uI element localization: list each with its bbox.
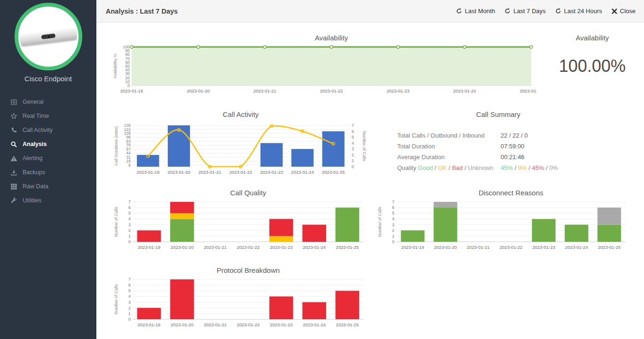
svg-text:2023-01-20: 2023-01-20 — [434, 245, 457, 250]
svg-text:2023-01-22: 2023-01-22 — [237, 322, 260, 327]
call-summary-panel: Call Summary Total Calls / Outbound / In… — [383, 109, 613, 173]
svg-text:3: 3 — [128, 300, 131, 305]
availability-panel-title: Availability — [543, 33, 642, 43]
sidebar-nav: GeneralReal TimeCall ActivityAnalysisAle… — [0, 95, 96, 208]
sidebar-item-real-time[interactable]: Real Time — [0, 109, 96, 123]
svg-text:0: 0 — [128, 317, 131, 322]
quality-part: / — [463, 164, 468, 171]
sidebar-item-alerting[interactable]: Alerting — [0, 151, 96, 165]
button-close[interactable]: Close — [612, 8, 636, 15]
svg-text:5: 5 — [128, 288, 131, 293]
svg-text:7: 7 — [128, 200, 131, 204]
summary-row-value: 22 / 22 / 0 — [501, 130, 528, 141]
content: Availability 100.00% Call Summary Total … — [96, 23, 644, 339]
star-icon — [10, 113, 17, 120]
sidebar-item-utilities[interactable]: Utilities — [0, 193, 96, 208]
summary-row-value: 07:59:00 — [501, 141, 525, 152]
svg-text:100: 100 — [123, 45, 130, 49]
quality-part: / — [544, 164, 550, 171]
quality-part: / — [433, 164, 438, 171]
svg-text:Number of Calls: Number of Calls — [377, 207, 382, 237]
svg-text:2023-01-24: 2023-01-24 — [453, 88, 476, 93]
sidebar-item-backups[interactable]: Backups — [0, 165, 96, 179]
svg-text:2023-01-22: 2023-01-22 — [500, 245, 523, 250]
svg-text:2023-01-21: 2023-01-21 — [253, 88, 276, 93]
sidebar-item-label: Backups — [23, 169, 45, 176]
quality-part: / — [527, 164, 532, 171]
summary-row-quality: Quality Good / OK / Bad / Unknown45% / 9… — [383, 162, 613, 173]
device-avatar — [15, 3, 82, 70]
svg-text:2023-01-20: 2023-01-20 — [171, 322, 194, 327]
svg-text:1: 1 — [392, 234, 394, 239]
call-summary-title: Call Summary — [383, 109, 613, 120]
button-label: Last 7 Days — [513, 8, 546, 15]
button-last-month[interactable]: Last Month — [456, 8, 495, 15]
svg-text:3: 3 — [392, 223, 394, 227]
quality-part: 45% — [501, 164, 513, 171]
svg-text:2023-01-19: 2023-01-19 — [138, 245, 161, 250]
quality-part: Unknown — [468, 164, 493, 171]
button-last-24-hours[interactable]: Last 24 Hours — [555, 8, 602, 15]
sidebar-item-label: Utilities — [23, 197, 41, 204]
sidebar-item-call-activity[interactable]: Call Activity — [0, 123, 96, 137]
sidebar-item-general[interactable]: General — [0, 95, 96, 109]
svg-text:2023-01-19: 2023-01-19 — [137, 170, 160, 175]
svg-text:2023-01-21: 2023-01-21 — [204, 245, 227, 250]
wrench-icon — [10, 197, 17, 204]
chart-disconnect-reasons: Disconnect Reasons012345672023-01-192023… — [369, 188, 630, 257]
svg-text:2: 2 — [128, 228, 131, 233]
svg-text:4: 4 — [392, 216, 394, 221]
chart-title-call-quality: Call Quality — [133, 188, 364, 198]
svg-text:3: 3 — [352, 146, 354, 151]
svg-text:0: 0 — [128, 239, 131, 244]
call-summary-rows: Total Calls / Outbound / Inbound22 / 22 … — [383, 130, 613, 173]
quality-part: 0% — [549, 164, 558, 171]
quality-part: Bad — [452, 164, 463, 171]
svg-text:2023-01-25: 2023-01-25 — [520, 88, 537, 93]
button-label: Close — [620, 8, 636, 15]
svg-text:122: 122 — [124, 127, 131, 132]
summary-row: Total Duration07:59:00 — [383, 141, 613, 152]
svg-text:2023-01-22: 2023-01-22 — [229, 170, 252, 175]
chart-availability: Availability01020304050607080901002023-0… — [106, 33, 537, 100]
sidebar-item-label: Analysis — [23, 141, 47, 147]
svg-text:0: 0 — [392, 239, 394, 244]
phone-icon — [10, 127, 17, 134]
sidebar-item-raw-data[interactable]: Raw Data — [0, 179, 96, 193]
svg-text:6: 6 — [128, 205, 131, 210]
refresh-icon — [456, 8, 462, 14]
search-icon — [10, 141, 17, 148]
topbar-actions: Last MonthLast 7 DaysLast 24 HoursClose — [456, 8, 636, 15]
button-label: Last Month — [465, 8, 495, 15]
button-last-7-days[interactable]: Last 7 Days — [504, 8, 546, 15]
svg-text:2023-01-21: 2023-01-21 — [204, 322, 227, 327]
list-icon — [10, 99, 17, 106]
svg-text:5: 5 — [128, 211, 131, 216]
svg-text:7: 7 — [128, 277, 131, 282]
quality-part: / — [513, 164, 518, 171]
svg-text:2023-01-25: 2023-01-25 — [336, 245, 359, 250]
svg-text:2023-01-23: 2023-01-23 — [270, 245, 293, 250]
svg-text:2: 2 — [128, 306, 131, 310]
svg-text:4: 4 — [352, 141, 354, 146]
svg-text:2023-01-24: 2023-01-24 — [565, 245, 588, 250]
svg-text:2023-01-25: 2023-01-25 — [322, 170, 345, 175]
quality-part: 45% — [532, 164, 544, 171]
sidebar-item-analysis[interactable]: Analysis — [0, 137, 96, 151]
summary-row-label: Total Calls / Outbound / Inbound — [397, 130, 501, 141]
summary-row: Average Duration00:21:46 — [383, 152, 613, 162]
grid-icon — [10, 183, 17, 190]
warning-icon — [10, 155, 17, 162]
svg-text:2023-01-23: 2023-01-23 — [260, 170, 283, 175]
main-area: Analysis : Last 7 Days Last MonthLast 7 … — [96, 0, 644, 339]
svg-text:2023-01-24: 2023-01-24 — [303, 322, 326, 327]
page-title: Analysis : Last 7 Days — [106, 8, 178, 15]
svg-text:2023-01-20: 2023-01-20 — [171, 245, 194, 250]
quality-values: 45% / 9% / 45% / 0% — [501, 162, 558, 173]
svg-text:2023-01-23: 2023-01-23 — [532, 245, 555, 250]
availability-percentage: 100.00% — [543, 56, 642, 76]
svg-text:1: 1 — [128, 234, 131, 239]
button-label: Last 24 Hours — [564, 8, 602, 15]
quality-part: OK — [438, 164, 447, 171]
quality-part: Good — [418, 164, 433, 171]
